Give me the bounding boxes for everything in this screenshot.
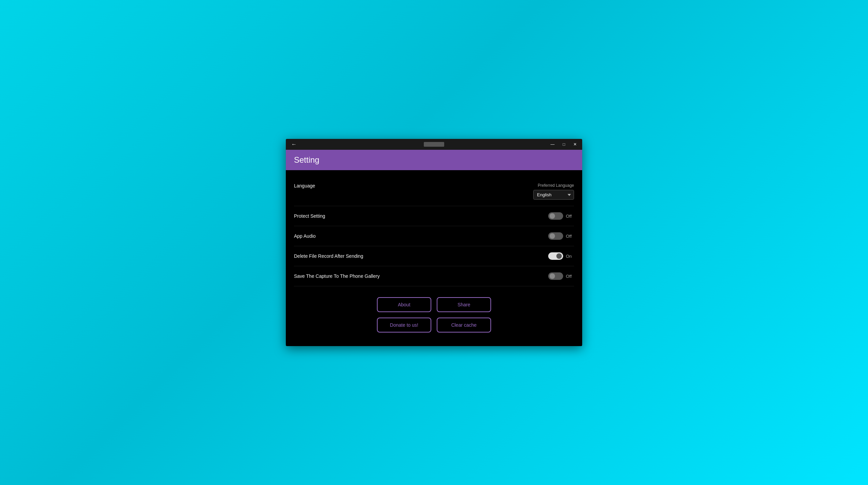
action-buttons: About Share Donate to us! Clear cache xyxy=(294,297,574,333)
titlebar-controls: — □ ✕ xyxy=(548,142,579,147)
back-icon: ← xyxy=(291,141,297,147)
delete-file-record-row: Delete File Record After Sending On xyxy=(294,246,574,266)
back-button[interactable]: ← xyxy=(289,140,299,149)
app-audio-toggle[interactable] xyxy=(548,232,563,240)
header: Setting xyxy=(286,150,582,170)
page-title: Setting xyxy=(294,155,574,165)
app-audio-row: App Audio Off xyxy=(294,226,574,246)
delete-file-record-toggle[interactable] xyxy=(548,252,563,260)
protect-setting-status: Off xyxy=(566,214,574,219)
save-capture-status: Off xyxy=(566,274,574,279)
save-capture-control: Off xyxy=(548,272,574,280)
language-control: Preferred Language English Spanish Frenc… xyxy=(533,183,574,200)
save-capture-toggle[interactable] xyxy=(548,272,563,280)
delete-file-record-control: On xyxy=(548,252,574,260)
save-capture-row: Save The Capture To The Phone Gallery Of… xyxy=(294,266,574,286)
about-button[interactable]: About xyxy=(377,297,431,312)
settings-content: Language Preferred Language English Span… xyxy=(286,170,582,346)
app-audio-knob xyxy=(550,233,555,239)
protect-setting-control: Off xyxy=(548,212,574,220)
app-audio-label: App Audio xyxy=(294,233,316,239)
delete-file-record-knob xyxy=(556,253,562,259)
save-capture-knob xyxy=(550,273,555,279)
preferred-language-label: Preferred Language xyxy=(538,183,574,188)
language-select[interactable]: English Spanish French German Chinese Ja… xyxy=(533,190,574,200)
titlebar: ← — □ ✕ xyxy=(286,139,582,150)
close-button[interactable]: ✕ xyxy=(571,142,579,147)
protect-setting-label: Protect Setting xyxy=(294,213,325,219)
search-bar-small xyxy=(424,142,444,147)
titlebar-center xyxy=(424,142,444,147)
protect-setting-knob xyxy=(550,213,555,219)
language-label: Language xyxy=(294,183,315,188)
btn-row-1: About Share xyxy=(377,297,491,312)
share-button[interactable]: Share xyxy=(437,297,491,312)
minimize-button[interactable]: — xyxy=(548,142,557,147)
titlebar-left: ← xyxy=(289,140,299,149)
app-audio-status: Off xyxy=(566,234,574,239)
btn-row-2: Donate to us! Clear cache xyxy=(377,318,491,333)
delete-file-record-status: On xyxy=(566,254,574,259)
protect-setting-row: Protect Setting Off xyxy=(294,206,574,226)
app-audio-control: Off xyxy=(548,232,574,240)
clear-cache-button[interactable]: Clear cache xyxy=(437,318,491,333)
donate-button[interactable]: Donate to us! xyxy=(377,318,431,333)
maximize-button[interactable]: □ xyxy=(560,142,568,147)
language-row: Language Preferred Language English Span… xyxy=(294,177,574,206)
main-window: ← — □ ✕ Setting Language Preferred Langu… xyxy=(286,139,582,346)
save-capture-label: Save The Capture To The Phone Gallery xyxy=(294,273,380,279)
delete-file-record-label: Delete File Record After Sending xyxy=(294,253,363,259)
protect-setting-toggle[interactable] xyxy=(548,212,563,220)
